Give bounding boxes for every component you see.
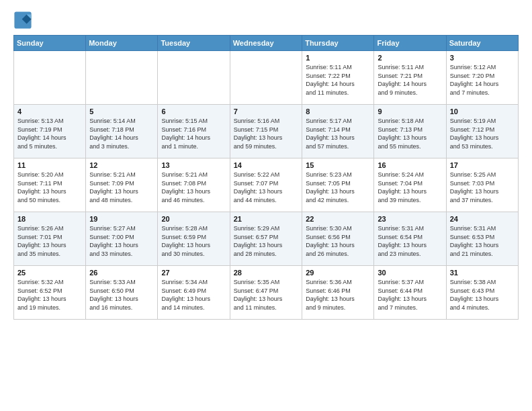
day-info: Sunrise: 5:23 AMSunset: 7:05 PMDaylight:… [306,171,370,204]
day-info: Sunrise: 5:27 AMSunset: 7:00 PMDaylight:… [89,224,154,258]
day-number: 12 [89,161,154,169]
calendar-header-thursday: Thursday [302,36,374,51]
calendar-cell: 19Sunrise: 5:27 AMSunset: 7:00 PMDayligh… [86,212,158,266]
day-info: Sunrise: 5:31 AMSunset: 6:53 PMDaylight:… [450,224,515,258]
day-number: 26 [89,269,154,277]
day-number: 24 [450,215,515,223]
day-number: 7 [234,107,298,116]
day-number: 31 [450,269,515,277]
calendar-cell: 13Sunrise: 5:21 AMSunset: 7:08 PMDayligh… [158,158,230,212]
day-number: 11 [17,161,82,169]
calendar-cell: 11Sunrise: 5:20 AMSunset: 7:11 PMDayligh… [14,158,86,212]
calendar-cell: 25Sunrise: 5:32 AMSunset: 6:52 PMDayligh… [14,266,86,320]
calendar-cell: 10Sunrise: 5:19 AMSunset: 7:12 PMDayligh… [446,105,518,158]
calendar-week-5: 25Sunrise: 5:32 AMSunset: 6:52 PMDayligh… [14,266,519,320]
calendar-cell: 15Sunrise: 5:23 AMSunset: 7:05 PMDayligh… [302,158,374,212]
calendar-table: SundayMondayTuesdayWednesdayThursdayFrid… [13,35,519,320]
day-info: Sunrise: 5:20 AMSunset: 7:11 PMDaylight:… [17,171,82,204]
day-info: Sunrise: 5:25 AMSunset: 7:03 PMDaylight:… [450,171,515,204]
day-info: Sunrise: 5:22 AMSunset: 7:07 PMDaylight:… [234,171,298,204]
calendar-week-4: 18Sunrise: 5:26 AMSunset: 7:01 PMDayligh… [14,212,519,266]
calendar-cell: 28Sunrise: 5:35 AMSunset: 6:47 PMDayligh… [230,266,302,320]
day-number: 15 [306,161,370,169]
day-number: 3 [450,54,515,62]
calendar-cell: 2Sunrise: 5:11 AMSunset: 7:21 PMDaylight… [374,51,446,105]
day-number: 4 [17,107,82,116]
calendar-cell [158,51,230,105]
day-number: 28 [234,269,298,277]
day-number: 9 [378,107,442,116]
day-info: Sunrise: 5:13 AMSunset: 7:19 PMDaylight:… [17,117,82,150]
day-info: Sunrise: 5:29 AMSunset: 6:57 PMDaylight:… [234,224,298,258]
calendar-cell: 22Sunrise: 5:30 AMSunset: 6:56 PMDayligh… [302,212,374,266]
day-info: Sunrise: 5:15 AMSunset: 7:16 PMDaylight:… [161,117,226,150]
day-number: 20 [161,215,226,223]
day-info: Sunrise: 5:12 AMSunset: 7:20 PMDaylight:… [450,63,515,97]
day-number: 23 [378,215,442,223]
calendar-cell: 6Sunrise: 5:15 AMSunset: 7:16 PMDaylight… [158,105,230,158]
calendar-week-1: 1Sunrise: 5:11 AMSunset: 7:22 PMDaylight… [14,51,519,105]
calendar-cell: 17Sunrise: 5:25 AMSunset: 7:03 PMDayligh… [446,158,518,212]
calendar-header-friday: Friday [374,36,446,51]
day-number: 30 [378,269,442,277]
header [13,11,519,30]
day-number: 5 [89,107,154,116]
day-info: Sunrise: 5:32 AMSunset: 6:52 PMDaylight:… [17,278,82,312]
day-number: 17 [450,161,515,169]
day-number: 21 [234,215,298,223]
day-number: 29 [306,269,370,277]
calendar-cell: 16Sunrise: 5:24 AMSunset: 7:04 PMDayligh… [374,158,446,212]
calendar-cell: 7Sunrise: 5:16 AMSunset: 7:15 PMDaylight… [230,105,302,158]
day-info: Sunrise: 5:31 AMSunset: 6:54 PMDaylight:… [378,224,442,258]
calendar-cell: 23Sunrise: 5:31 AMSunset: 6:54 PMDayligh… [374,212,446,266]
logo [13,11,35,30]
day-number: 14 [234,161,298,169]
day-number: 18 [17,215,82,223]
calendar-cell: 9Sunrise: 5:18 AMSunset: 7:13 PMDaylight… [374,105,446,158]
day-info: Sunrise: 5:28 AMSunset: 6:59 PMDaylight:… [161,224,226,258]
day-info: Sunrise: 5:33 AMSunset: 6:50 PMDaylight:… [89,278,154,312]
calendar-header-wednesday: Wednesday [230,36,302,51]
calendar-cell: 26Sunrise: 5:33 AMSunset: 6:50 PMDayligh… [86,266,158,320]
calendar-cell: 12Sunrise: 5:21 AMSunset: 7:09 PMDayligh… [86,158,158,212]
day-number: 25 [17,269,82,277]
calendar-week-3: 11Sunrise: 5:20 AMSunset: 7:11 PMDayligh… [14,158,519,212]
day-number: 22 [306,215,370,223]
calendar-cell: 8Sunrise: 5:17 AMSunset: 7:14 PMDaylight… [302,105,374,158]
calendar-header-sunday: Sunday [14,36,86,51]
calendar-cell: 20Sunrise: 5:28 AMSunset: 6:59 PMDayligh… [158,212,230,266]
calendar-cell [14,51,86,105]
day-number: 1 [306,54,370,62]
day-info: Sunrise: 5:11 AMSunset: 7:21 PMDaylight:… [378,63,442,97]
day-info: Sunrise: 5:35 AMSunset: 6:47 PMDaylight:… [234,278,298,312]
calendar-cell: 1Sunrise: 5:11 AMSunset: 7:22 PMDaylight… [302,51,374,105]
day-info: Sunrise: 5:19 AMSunset: 7:12 PMDaylight:… [450,117,515,150]
calendar-cell: 5Sunrise: 5:14 AMSunset: 7:18 PMDaylight… [86,105,158,158]
calendar-cell: 21Sunrise: 5:29 AMSunset: 6:57 PMDayligh… [230,212,302,266]
calendar-cell [86,51,158,105]
day-info: Sunrise: 5:34 AMSunset: 6:49 PMDaylight:… [161,278,226,312]
page-container: SundayMondayTuesdayWednesdayThursdayFrid… [0,0,532,326]
calendar-cell: 31Sunrise: 5:38 AMSunset: 6:43 PMDayligh… [446,266,518,320]
calendar-cell: 4Sunrise: 5:13 AMSunset: 7:19 PMDaylight… [14,105,86,158]
day-info: Sunrise: 5:21 AMSunset: 7:08 PMDaylight:… [161,171,226,204]
day-info: Sunrise: 5:26 AMSunset: 7:01 PMDaylight:… [17,224,82,258]
calendar-cell: 18Sunrise: 5:26 AMSunset: 7:01 PMDayligh… [14,212,86,266]
day-info: Sunrise: 5:30 AMSunset: 6:56 PMDaylight:… [306,224,370,258]
day-info: Sunrise: 5:21 AMSunset: 7:09 PMDaylight:… [89,171,154,204]
day-info: Sunrise: 5:11 AMSunset: 7:22 PMDaylight:… [306,63,370,97]
day-number: 19 [89,215,154,223]
calendar-cell: 29Sunrise: 5:36 AMSunset: 6:46 PMDayligh… [302,266,374,320]
day-number: 8 [306,107,370,116]
day-info: Sunrise: 5:38 AMSunset: 6:43 PMDaylight:… [450,278,515,312]
calendar-cell: 14Sunrise: 5:22 AMSunset: 7:07 PMDayligh… [230,158,302,212]
day-info: Sunrise: 5:14 AMSunset: 7:18 PMDaylight:… [89,117,154,150]
day-number: 10 [450,107,515,116]
calendar-cell: 27Sunrise: 5:34 AMSunset: 6:49 PMDayligh… [158,266,230,320]
calendar-cell: 3Sunrise: 5:12 AMSunset: 7:20 PMDaylight… [446,51,518,105]
day-number: 2 [378,54,442,62]
calendar-header-tuesday: Tuesday [158,36,230,51]
day-info: Sunrise: 5:36 AMSunset: 6:46 PMDaylight:… [306,278,370,312]
logo-icon [13,11,32,30]
calendar-header-row: SundayMondayTuesdayWednesdayThursdayFrid… [14,36,519,51]
